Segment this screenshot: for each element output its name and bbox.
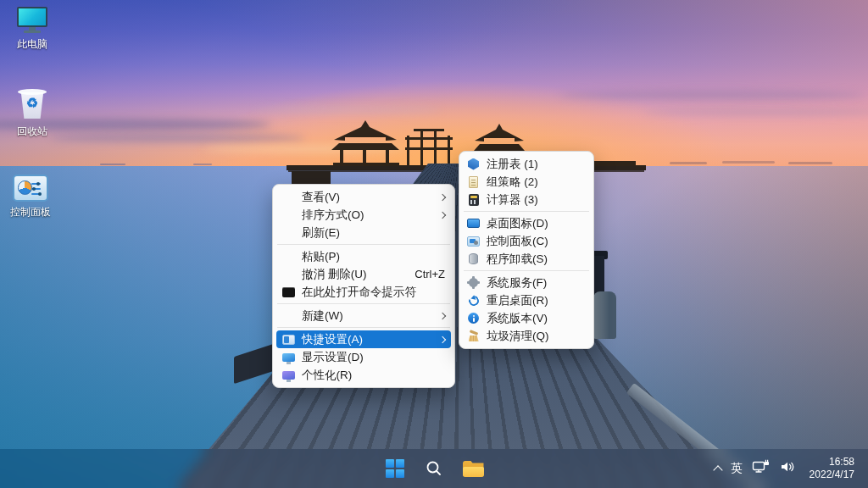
menu-item-undo-delete[interactable]: 撤消 删除(U) Ctrl+Z [276, 265, 451, 283]
this-pc-icon [16, 7, 48, 34]
menu-item-personalize[interactable]: 个性化(R) [276, 366, 451, 384]
taskbar-center-icons [379, 449, 489, 488]
pie-chart-glyph [18, 180, 32, 195]
shortcut-label: Ctrl+Z [415, 268, 445, 280]
horizon-island [193, 164, 212, 165]
menu-item-new[interactable]: 新建(W) [276, 307, 451, 324]
desktop-icon-recycle-bin[interactable]: ♻ 回收站 [0, 87, 64, 139]
system-info-icon [468, 313, 479, 324]
desktop-icons-icon [467, 219, 480, 228]
registry-icon [468, 158, 479, 170]
submenu-item-group-policy[interactable]: 组策略 (2) [463, 173, 590, 191]
search-icon [426, 460, 442, 477]
menu-separator [277, 244, 450, 245]
menu-item-view[interactable]: 查看(V) [276, 188, 451, 206]
show-hidden-icons-button[interactable] [715, 463, 721, 474]
taskbar-tray: 英 16:58 2022/4 [715, 449, 854, 488]
submenu-item-uninstall[interactable]: 程序卸载(S) [463, 250, 590, 268]
services-gear-icon [469, 278, 478, 287]
cmd-icon [282, 287, 295, 297]
menu-item-display-settings[interactable]: 显示设置(D) [276, 348, 451, 366]
slider-dot [32, 187, 36, 191]
recycle-symbol: ♻ [17, 97, 47, 110]
cloud [559, 90, 865, 100]
context-menu: 查看(V) 排序方式(O) 刷新(E) 粘贴(P) 撤消 删除(U) Ctrl+… [272, 184, 455, 388]
desktop-icon-this-pc[interactable]: 此电脑 [0, 7, 64, 52]
this-pc-base [24, 30, 41, 33]
clean-broom-icon [468, 330, 480, 341]
start-button[interactable] [379, 452, 411, 485]
horizon-island [100, 164, 125, 165]
menu-separator [277, 303, 450, 304]
submenu-item-control-panel[interactable]: 控制面板(C) [463, 232, 590, 250]
cloud [254, 107, 441, 114]
chevron-right-icon [439, 211, 446, 218]
submenu-item-desktop-icons[interactable]: 桌面图标(D) [463, 214, 590, 232]
submenu-item-registry[interactable]: 注册表 (1) [463, 155, 590, 173]
desktop-icon-label: 此电脑 [17, 37, 47, 52]
file-explorer-button[interactable] [457, 452, 489, 485]
menu-item-quick-settings[interactable]: 快捷设置(A) [276, 330, 451, 348]
horizon-island [722, 161, 775, 164]
submenu-item-calculator[interactable]: 计算器 (3) [463, 191, 590, 208]
quick-settings-icon [282, 335, 295, 345]
menu-separator [464, 270, 589, 271]
recycle-bin-icon: ♻ [17, 87, 47, 121]
control-panel-mini-icon [467, 236, 480, 247]
personalize-icon [282, 371, 295, 380]
volume-button[interactable] [780, 460, 797, 477]
ime-indicator[interactable]: 英 [731, 461, 743, 476]
menu-item-sort-by[interactable]: 排序方式(O) [276, 206, 451, 224]
menu-item-open-command-prompt[interactable]: 在此处打开命令提示符 [276, 283, 451, 301]
uninstall-icon [469, 253, 478, 264]
submenu-item-restart-desktop[interactable]: 重启桌面(R) [463, 291, 590, 309]
submenu-item-system-services[interactable]: 系统服务(F) [463, 274, 590, 291]
control-panel-icon [13, 175, 48, 202]
pier-post [594, 256, 604, 295]
cloud [644, 108, 868, 116]
quick-settings-submenu: 注册表 (1) 组策略 (2) 计算器 (3) 桌面图标(D) 控制面板(C) … [459, 151, 594, 349]
clock-date: 2022/4/17 [810, 469, 854, 481]
slider-dot [38, 192, 42, 196]
horizon-island [670, 162, 707, 164]
desktop-icon-label: 回收站 [17, 125, 47, 139]
pier-bollard [593, 291, 616, 339]
desktop-icon-label: 控制面板 [10, 205, 51, 219]
search-button[interactable] [418, 452, 450, 485]
network-icon [752, 459, 771, 474]
menu-item-refresh[interactable]: 刷新(E) [276, 224, 451, 241]
chevron-up-icon [713, 465, 722, 474]
chevron-right-icon [439, 312, 446, 319]
slider-dot [36, 182, 40, 186]
group-policy-icon [469, 176, 478, 188]
submenu-item-system-version[interactable]: 系统版本(V) [463, 309, 590, 327]
taskbar-clock[interactable]: 16:58 2022/4/17 [810, 456, 854, 481]
bin-lid [18, 89, 47, 95]
desktop-icon-control-panel[interactable]: 控制面板 [0, 175, 63, 219]
desktop: 此电脑 ♻ 回收站 控制面板 查看(V) 排序方式(O) [0, 0, 868, 488]
folder-icon [463, 461, 484, 477]
horizon-island [788, 162, 832, 164]
submenu-item-junk-clean[interactable]: 垃圾清理(Q) [463, 327, 590, 345]
display-settings-icon [282, 353, 295, 362]
taskbar: 英 16:58 2022/4 [0, 449, 868, 488]
speaker-icon [780, 460, 797, 474]
chevron-right-icon [439, 193, 446, 200]
restart-desktop-icon [466, 293, 480, 307]
calculator-icon [469, 194, 479, 206]
menu-separator [277, 327, 450, 328]
clock-time: 16:58 [810, 456, 854, 469]
menu-separator [464, 211, 589, 212]
menu-item-paste[interactable]: 粘贴(P) [276, 247, 451, 265]
chevron-right-icon [439, 336, 446, 342]
network-button[interactable] [752, 459, 771, 478]
this-pc-screen [17, 7, 47, 27]
cloud [51, 134, 305, 142]
windows-logo-icon [386, 459, 404, 478]
